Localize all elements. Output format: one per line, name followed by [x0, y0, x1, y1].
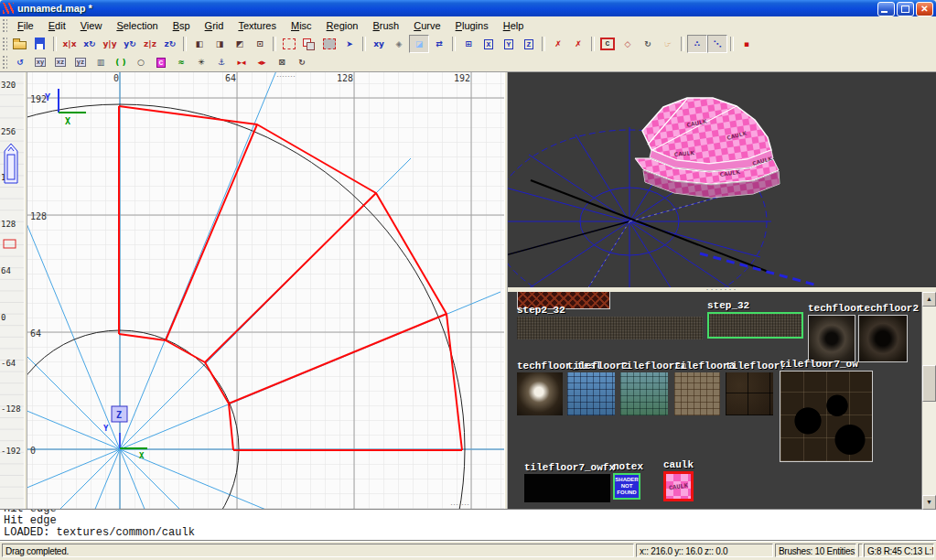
- view-xy-button[interactable]: xy: [30, 53, 50, 71]
- toggle-z-button[interactable]: Z: [519, 35, 539, 53]
- select-inside-button[interactable]: ⊡: [250, 35, 270, 53]
- svg-text:0: 0: [113, 73, 119, 83]
- free-rotation-button[interactable]: ↻: [638, 35, 658, 53]
- no-draw-button[interactable]: ⊠: [272, 53, 292, 71]
- select-partial-tall-button[interactable]: ◩: [230, 35, 250, 53]
- camera-3d-view[interactable]: CAULK CAULK CAULK CAULK CAULK: [508, 72, 936, 287]
- open-button[interactable]: [10, 35, 30, 53]
- flip-x-button[interactable]: x|x: [59, 35, 80, 53]
- bobtoolz-button[interactable]: ✳: [191, 53, 211, 71]
- splitter-dots-top[interactable]: ·······: [276, 72, 296, 81]
- svg-text:64: 64: [30, 328, 41, 339]
- scrollbar-thumb[interactable]: [922, 365, 936, 402]
- csg-hollow-button[interactable]: [279, 35, 299, 53]
- menu-help[interactable]: Help: [496, 18, 532, 33]
- texture-tilefloor6[interactable]: [674, 372, 720, 415]
- cubic-clip-button[interactable]: ◈: [389, 35, 409, 53]
- patch-caulk-button[interactable]: C: [151, 53, 171, 71]
- texture-tilefloor7_ow[interactable]: [780, 371, 873, 462]
- patch-bend-button[interactable]: ( ): [111, 53, 131, 71]
- svg-text:128: 128: [1, 220, 16, 229]
- texture-tilefloor2[interactable]: [567, 372, 615, 415]
- z-axis-panel[interactable]: 320 256 192 128 64 0 -64 -128 -192: [0, 72, 24, 510]
- entity-window-button[interactable]: ⊞: [458, 35, 479, 53]
- splitter-dots-bottom[interactable]: ·······: [450, 500, 469, 509]
- menu-curve[interactable]: Curve: [406, 18, 447, 33]
- texture-tilefloor7[interactable]: [726, 372, 773, 415]
- texture-techfloor2[interactable]: [858, 315, 908, 362]
- z-camera-marker[interactable]: [5, 144, 17, 183]
- close-button[interactable]: ✕: [916, 2, 933, 16]
- connect-entities-button[interactable]: ➤: [339, 35, 360, 53]
- select-touching-button[interactable]: ◨: [210, 35, 230, 53]
- menu-grid[interactable]: Grid: [198, 18, 231, 33]
- select-faces-button[interactable]: ▪: [737, 35, 757, 53]
- select-vertices-button[interactable]: ∴: [687, 35, 707, 53]
- dont-select-models-button[interactable]: ✗: [548, 35, 568, 53]
- menu-plugins[interactable]: Plugins: [448, 18, 496, 33]
- scroll-down-icon[interactable]: ▼: [922, 495, 936, 510]
- drag-faces-button[interactable]: ☞: [658, 35, 678, 53]
- texture-step_32[interactable]: [707, 312, 803, 339]
- menu-selection[interactable]: Selection: [109, 18, 165, 33]
- toggle-x-button[interactable]: X: [479, 35, 499, 53]
- anchor-plugin-button[interactable]: ⚓: [211, 53, 231, 71]
- menu-textures[interactable]: Textures: [231, 18, 284, 33]
- toolbar-grip[interactable]: [2, 18, 7, 33]
- texture-tilefloor2a[interactable]: [620, 372, 668, 415]
- rotate-z-button[interactable]: z↻: [160, 35, 180, 53]
- toolbar-plugins: ↺xyxzyz▥( )○C≈✳⚓▸◂◂▸⊠↻: [0, 53, 936, 72]
- texture-tilefloor7_owfx-label: tilefloor7_owfx: [524, 462, 615, 473]
- texture-caulk[interactable]: CAULK: [663, 471, 694, 501]
- texture-rotate-button[interactable]: ↻: [292, 53, 312, 71]
- next-leak-button[interactable]: ◂▸: [252, 53, 272, 71]
- menu-view[interactable]: View: [73, 18, 110, 33]
- toolbar-grip[interactable]: [2, 55, 7, 70]
- title-bar[interactable]: unnamed.map * ✕: [0, 0, 936, 16]
- flip-z-button[interactable]: z|z: [140, 35, 160, 53]
- select-complete-tall-button[interactable]: ◧: [189, 35, 210, 53]
- toggle-console-button[interactable]: ▥: [91, 53, 111, 71]
- menu-brush[interactable]: Brush: [365, 18, 406, 33]
- menu-edit[interactable]: Edit: [41, 18, 73, 33]
- select-edges-button[interactable]: ⋱: [707, 35, 727, 53]
- menu-region[interactable]: Region: [319, 18, 366, 33]
- texture-techfloor[interactable]: [808, 315, 855, 362]
- menu-misc[interactable]: Misc: [284, 18, 319, 33]
- toolbar-separator: [730, 37, 734, 51]
- dont-select-curves-button[interactable]: ✗: [568, 35, 588, 53]
- menu-file[interactable]: File: [10, 18, 41, 33]
- texture-scrollbar[interactable]: ▲ ▼: [921, 292, 936, 510]
- texture-step2_32[interactable]: [517, 317, 703, 339]
- free-rotation-mode-button[interactable]: ↺: [10, 53, 30, 71]
- swap-xy-button[interactable]: xy: [369, 35, 389, 53]
- rotate-y-button[interactable]: y↻: [120, 35, 140, 53]
- change-views-button[interactable]: ⇄: [429, 35, 449, 53]
- toggle-y-button[interactable]: Y: [499, 35, 519, 53]
- toolbar-grip[interactable]: [2, 37, 7, 51]
- minimize-button[interactable]: [877, 2, 895, 16]
- view-yz-button[interactable]: yz: [70, 53, 91, 71]
- camera-window-button[interactable]: ◪: [409, 35, 429, 53]
- rotate-x-button[interactable]: x↻: [80, 35, 100, 53]
- texture-notex[interactable]: SHADERNOTFOUND: [613, 473, 640, 500]
- xy-2d-view[interactable]: Y X Z Y X 0 64 128 192 192: [27, 72, 504, 510]
- menu-bsp[interactable]: Bsp: [166, 18, 198, 33]
- flip-y-button[interactable]: y|y: [100, 35, 120, 53]
- clipper-button[interactable]: [597, 35, 618, 53]
- svg-text:Y: Y: [103, 424, 109, 433]
- view-xz-button[interactable]: xz: [50, 53, 70, 71]
- texture-browser[interactable]: ▲ ▼ step2_32step_32techfloortechfloor2te…: [508, 292, 936, 510]
- csg-subtract-button[interactable]: [319, 35, 339, 53]
- texture-tilefloor7_owfx[interactable]: [524, 474, 610, 502]
- texture-step2_32-label: step2_32: [517, 305, 565, 316]
- texture-techfloor_teal[interactable]: [517, 372, 563, 415]
- save-button[interactable]: [30, 35, 50, 53]
- scroll-up-icon[interactable]: ▲: [922, 292, 936, 307]
- region-button[interactable]: ◇: [618, 35, 638, 53]
- restore-button[interactable]: [897, 2, 914, 16]
- patch-weld-button[interactable]: ≈: [171, 53, 191, 71]
- prev-leak-button[interactable]: ▸◂: [231, 53, 252, 71]
- csg-merge-button[interactable]: [299, 35, 319, 53]
- patch-cone-button[interactable]: ○: [131, 53, 151, 71]
